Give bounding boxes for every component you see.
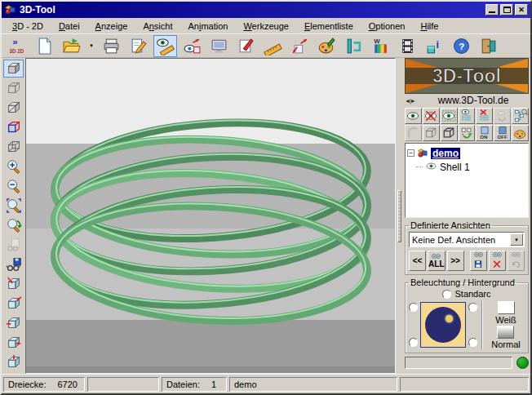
view-right-icon (6, 335, 22, 351)
help-button[interactable]: ? (450, 35, 473, 57)
minimize-button[interactable] (485, 4, 499, 16)
maximize-button[interactable] (500, 4, 513, 16)
zoom-out-button[interactable] (3, 177, 24, 195)
exit-button[interactable] (477, 35, 500, 57)
menu-item-werkzeuge[interactable]: Werkzeuge (236, 20, 296, 33)
light-left-bottom-radio[interactable] (409, 338, 418, 347)
toggle-3d2d-button[interactable]: »3D 2D (6, 35, 29, 57)
visibility-eye-icon[interactable] (425, 160, 437, 174)
show-all-list-button[interactable] (459, 108, 476, 124)
light-right-top-radio[interactable] (468, 303, 477, 312)
nav--button[interactable]: << (409, 251, 426, 271)
help-icon: ? (452, 37, 471, 55)
view-front-button[interactable] (3, 275, 24, 293)
window-title: 3D-Tool (20, 4, 482, 16)
3d-viewport[interactable] (25, 58, 396, 374)
menu-item-animation[interactable]: Animation (180, 20, 236, 33)
save-view-button[interactable] (3, 255, 24, 273)
animation-button[interactable] (396, 35, 419, 57)
menu-item-optionen[interactable]: Optionen (361, 20, 414, 33)
shaded-view-button[interactable] (3, 60, 24, 78)
find-part-button[interactable] (512, 108, 529, 124)
cross-section-button[interactable] (342, 35, 366, 57)
wireframe-view-button[interactable] (3, 138, 24, 156)
screenshot-monitor-button[interactable] (207, 35, 231, 57)
show-selected-button[interactable] (441, 108, 458, 124)
save-view-nav-button[interactable] (470, 251, 487, 271)
open-file-dropdown-button[interactable]: ▼ (86, 35, 96, 57)
view-iso-button[interactable] (3, 295, 24, 313)
measure-button[interactable] (261, 35, 285, 57)
part-off-button[interactable]: OFF (494, 125, 511, 141)
status-bar: Dreiecke: 6720 Dateien: 1 demo (2, 374, 530, 393)
menu-item-elementliste[interactable]: Elementliste (297, 20, 361, 33)
files-label: Dateien: (166, 379, 200, 389)
panel-splitter[interactable] (396, 58, 403, 374)
light-right-bottom-radio[interactable] (468, 338, 477, 347)
redline-button[interactable] (234, 35, 258, 57)
outline-part-button[interactable] (441, 125, 458, 141)
menu-item-datei[interactable]: Datei (51, 20, 88, 33)
background-white-button[interactable] (498, 301, 515, 314)
collapse-panel-icon[interactable]: ◄|► (405, 98, 418, 104)
open-file-button[interactable] (60, 35, 83, 57)
light-left-top-radio[interactable] (409, 303, 418, 312)
defined-views-dropdown[interactable]: Keine Def. Ansichten ▼ (409, 232, 525, 247)
dropdown-arrow-icon[interactable]: ▼ (510, 233, 523, 246)
nav--button[interactable]: >> (447, 251, 464, 271)
view-iso-icon (6, 295, 22, 312)
tree-shell-row[interactable]: Shell 1 (416, 160, 526, 174)
hidden-line-view-icon (6, 80, 22, 96)
eye-small-icon (425, 160, 437, 172)
new-document-button[interactable] (33, 35, 56, 57)
light-standard-radio[interactable] (442, 290, 451, 299)
hide-all-list-button[interactable] (476, 108, 493, 124)
view-left-button[interactable] (3, 314, 24, 332)
menu-item-ansicht[interactable]: Ansicht (135, 20, 180, 33)
dropdown-value: Keine Def. Ansichten (412, 235, 510, 245)
wireframe-part-button[interactable] (423, 125, 440, 141)
nav-all-button[interactable]: ALL (428, 251, 445, 271)
menu-item-anzeige[interactable]: Anzeige (88, 20, 136, 33)
show-part-button[interactable] (405, 108, 422, 124)
edit-annotations-button[interactable] (126, 35, 150, 57)
hidden-line-view-button[interactable] (3, 79, 24, 97)
part-color-button[interactable] (512, 125, 529, 141)
view-top-button[interactable] (3, 353, 24, 371)
website-link[interactable]: www.3D-Tool.de (418, 95, 529, 106)
paint-model-button[interactable] (315, 35, 339, 57)
close-button[interactable]: ✕ (515, 4, 528, 16)
zoom-window-button[interactable] (3, 197, 24, 215)
refresh-parts-button[interactable] (459, 125, 476, 141)
tree-expander-icon[interactable]: − (407, 149, 415, 157)
view-right-button[interactable] (3, 334, 24, 352)
element-tree[interactable]: − demo Shell 1 (405, 143, 529, 218)
show-part-icon (406, 109, 420, 123)
model-info-button[interactable]: i (423, 35, 446, 57)
tree-shell-label[interactable]: Shell 1 (440, 162, 470, 173)
perspective-view-button[interactable] (3, 118, 24, 136)
title-bar[interactable]: 3D-Tool ✕ (2, 2, 530, 18)
menu-item-3d-2d[interactable]: 3D - 2D (5, 20, 51, 33)
menu-item-hilfe[interactable]: Hilfe (413, 20, 446, 33)
hide-part-button[interactable] (423, 108, 440, 124)
zoom-in-button[interactable] (3, 158, 24, 175)
print-button[interactable] (100, 35, 123, 57)
background-normal-button[interactable] (497, 326, 514, 339)
light-position-widget[interactable] (420, 302, 466, 348)
background-normal-label: Normal (491, 340, 520, 349)
display-options-button[interactable] (153, 35, 177, 57)
zoom-fit-button[interactable] (3, 216, 24, 234)
update-views-button[interactable] (180, 35, 204, 57)
dimensioning-button[interactable] (288, 35, 312, 57)
part-on-button[interactable]: ON (476, 125, 493, 141)
tree-root-label[interactable]: demo (431, 148, 460, 159)
delete-view-button[interactable] (489, 251, 506, 271)
view-front-icon (6, 276, 22, 292)
brand-logo: 3D-Tool (405, 58, 529, 94)
tree-root-row[interactable]: − demo (407, 146, 526, 160)
shaded-edges-view-button[interactable] (3, 99, 24, 117)
svg-text:?: ? (459, 41, 464, 51)
model-colors-button[interactable]: W (369, 35, 392, 57)
filename-value: demo (234, 379, 257, 389)
